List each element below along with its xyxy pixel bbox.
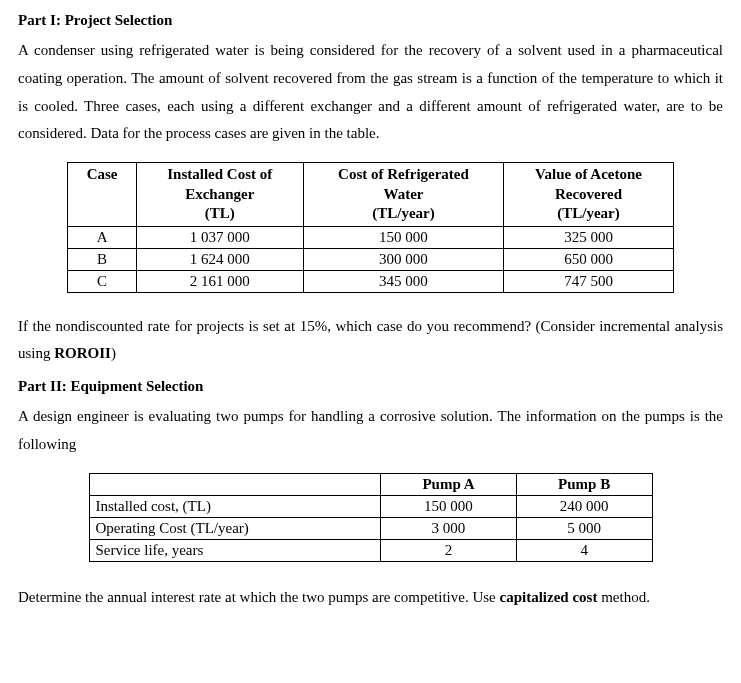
table-header-row: Case Installed Cost of Exchanger (TL) Co… <box>68 163 673 227</box>
cell-water: 345 000 <box>303 270 504 292</box>
header-acetone: Value of Acetone Recovered (TL/year) <box>504 163 673 227</box>
cell-b: 4 <box>516 539 652 561</box>
table-row: C 2 161 000 345 000 747 500 <box>68 270 673 292</box>
header-blank <box>89 473 381 495</box>
cell-a: 150 000 <box>381 495 517 517</box>
header-exchanger: Installed Cost of Exchanger (TL) <box>136 163 303 227</box>
cell-label: Service life, years <box>89 539 381 561</box>
table-row: Installed cost, (TL) 150 000 240 000 <box>89 495 652 517</box>
part2-paragraph: A design engineer is evaluating two pump… <box>18 403 723 459</box>
table-row: Service life, years 2 4 <box>89 539 652 561</box>
part2-heading: Part II: Equipment Selection <box>18 378 723 395</box>
cell-acetone: 747 500 <box>504 270 673 292</box>
header-pump-a: Pump A <box>381 473 517 495</box>
cell-case: B <box>68 248 137 270</box>
cell-b: 5 000 <box>516 517 652 539</box>
part1-followup: If the nondiscounted rate for projects i… <box>18 313 723 369</box>
part1-paragraph: A condenser using refrigerated water is … <box>18 37 723 148</box>
part1-heading: Part I: Project Selection <box>18 12 723 29</box>
cell-acetone: 650 000 <box>504 248 673 270</box>
cell-water: 150 000 <box>303 226 504 248</box>
cell-acetone: 325 000 <box>504 226 673 248</box>
cell-label: Operating Cost (TL/year) <box>89 517 381 539</box>
table-row: B 1 624 000 300 000 650 000 <box>68 248 673 270</box>
part2-table: Pump A Pump B Installed cost, (TL) 150 0… <box>89 473 653 562</box>
cell-exchanger: 1 037 000 <box>136 226 303 248</box>
table-row: Operating Cost (TL/year) 3 000 5 000 <box>89 517 652 539</box>
part1-table: Case Installed Cost of Exchanger (TL) Co… <box>67 162 673 293</box>
table-row: A 1 037 000 150 000 325 000 <box>68 226 673 248</box>
cell-label: Installed cost, (TL) <box>89 495 381 517</box>
header-case: Case <box>68 163 137 227</box>
header-water: Cost of Refrigerated Water (TL/year) <box>303 163 504 227</box>
cell-exchanger: 1 624 000 <box>136 248 303 270</box>
cell-b: 240 000 <box>516 495 652 517</box>
cell-case: A <box>68 226 137 248</box>
header-pump-b: Pump B <box>516 473 652 495</box>
table-header-row: Pump A Pump B <box>89 473 652 495</box>
cell-case: C <box>68 270 137 292</box>
cell-water: 300 000 <box>303 248 504 270</box>
cell-exchanger: 2 161 000 <box>136 270 303 292</box>
cell-a: 3 000 <box>381 517 517 539</box>
part2-followup: Determine the annual interest rate at wh… <box>18 584 723 612</box>
cell-a: 2 <box>381 539 517 561</box>
